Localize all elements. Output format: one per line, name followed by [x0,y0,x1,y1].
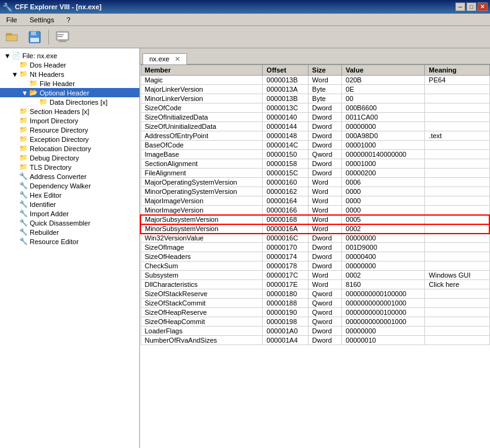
cell-offset: 00000166 [263,206,308,215]
cell-meaning [425,317,489,327]
table-row[interactable]: Win32VersionValue0000016CDword00000000 [141,234,489,243]
cell-offset: 00000158 [263,159,308,169]
cell-size: Dword [308,122,341,131]
tree-item-import-adder[interactable]: ▶ 🔧 Import Adder [0,209,139,218]
cell-member: MinorOperatingSystemVersion [141,187,263,196]
tree-label-id: Import Directory [30,117,78,125]
menu-file[interactable]: File [2,15,21,25]
table-body: Magic0000013BWord020BPE64MajorLinkerVers… [141,76,489,345]
tree-item-section-hdrs[interactable]: ▶ 📁 Section Headers [x] [0,107,139,116]
svg-rect-9 [59,40,66,42]
table-row[interactable]: MajorImageVersion00000164Word0000 [141,196,489,206]
tree-item-optional[interactable]: ▼ 📂 Optional Header [0,88,139,97]
table-row[interactable]: SectionAlignment00000158Dword00001000 [141,159,489,169]
table-row[interactable]: MajorSubsystemVersion00000168Word0005 [141,215,489,224]
table-row[interactable]: DllCharacteristics0000017EWord8160Click … [141,280,489,289]
svg-rect-4 [31,32,37,35]
table-row[interactable]: SizeOfStackCommit00000188Qword0000000000… [141,299,489,308]
toolbar-extra-button[interactable] [53,28,72,46]
tree-item-import[interactable]: ▶ 📁 Import Directory [0,116,139,125]
tool-icon-idf: 🔧 [19,200,28,208]
table-row[interactable]: MinorImageVersion00000166Word0000 [141,206,489,215]
tree-item-file-header[interactable]: ▶ 📁 File Header [0,79,139,88]
table-row[interactable]: FileAlignment0000015CDword00000200 [141,169,489,178]
toolbar-save-button[interactable] [25,28,45,46]
table-row[interactable]: SizeOfHeaders00000174Dword00000400 [141,252,489,261]
folder-icon-ed: 📁 [19,135,28,143]
table-row[interactable]: ImageBase00000150Qword0000000140000000 [141,150,489,159]
table-row[interactable]: LoaderFlags000001A0Dword00000000 [141,327,489,336]
table-row[interactable]: MinorSubsystemVersion0000016AWord0002 [141,224,489,234]
table-row[interactable]: MinorLinkerVersion0000013BByte00 [141,94,489,103]
tree-item-debug[interactable]: ▶ 📁 Debug Directory [0,153,139,162]
table-row[interactable]: SizeOfInitializedData00000140Dword0011CA… [141,113,489,122]
tree-item-quick-disasm[interactable]: ▶ 🔧 Quick Disassembler [0,218,139,227]
cell-meaning [425,289,489,299]
cell-size: Qword [308,317,341,327]
tree-item-rebuilder[interactable]: ▶ 🔧 Rebuilder [0,227,139,237]
maximize-button[interactable]: □ [466,2,476,11]
folder-icon-dd: 📁 [39,98,48,106]
folder-icon-sh: 📁 [19,107,28,115]
menu-settings[interactable]: Settings [26,15,58,25]
expand-nt[interactable]: ▼ [11,71,19,78]
tree-item-exception[interactable]: ▶ 📁 Exception Directory [0,134,139,144]
expand-file[interactable]: ▼ [4,52,11,59]
tool-icon-ac: 🔧 [19,172,28,180]
table-row[interactable]: MajorOperatingSystemVersion00000160Word0… [141,178,489,187]
tree-item-datadirs[interactable]: ▶ 📁 Data Directories [x] [0,97,139,107]
menu-help[interactable]: ? [63,15,74,25]
table-row[interactable]: Magic0000013BWord020BPE64 [141,76,489,85]
table-row[interactable]: SizeOfStackReserve00000180Qword000000000… [141,289,489,299]
tree-item-resource[interactable]: ▶ 📁 Resource Directory [0,125,139,134]
tree-panel[interactable]: ▼ 📄 File: nx.exe ▶ 📁 Dos Header ▼ 📁 Nt H… [0,48,140,448]
table-row[interactable]: AddressOfEntryPoint00000148Dword000A98D0… [141,131,489,141]
cell-value: 000B6600 [342,103,425,113]
tree-item-res-editor[interactable]: ▶ 🔧 Resource Editor [0,237,139,246]
tree-item-tls[interactable]: ▶ 📁 TLS Directory [0,162,139,172]
table-row[interactable]: SizeOfImage00000170Dword001D9000 [141,243,489,252]
table-row[interactable]: SizeOfUninitializedData00000144Dword0000… [141,122,489,131]
cell-value: 0000000140000000 [342,150,425,159]
cell-member: Magic [141,76,263,85]
table-row[interactable]: NumberOfRvaAndSizes000001A4Dword00000010 [141,336,489,345]
tree-item-hex-editor[interactable]: ▶ 🔧 Hex Editor [0,190,139,200]
tree-label-qd: Quick Disassembler [30,219,90,227]
title-bar-buttons: ─ □ ✕ [455,2,488,11]
save-icon [27,30,42,45]
cell-offset: 0000017E [263,280,308,289]
table-row[interactable]: SizeOfHeapCommit00000198Qword00000000000… [141,317,489,327]
table-row[interactable]: MinorOperatingSystemVersion00000162Word0… [141,187,489,196]
tree-item-file[interactable]: ▼ 📄 File: nx.exe [0,51,139,60]
tree-item-dos[interactable]: ▶ 📁 Dos Header [0,60,139,69]
table-row[interactable]: Subsystem0000017CWord0002Windows GUI [141,271,489,280]
expand-oh[interactable]: ▼ [21,89,28,97]
main-container: ▼ 📄 File: nx.exe ▶ 📁 Dos Header ▼ 📁 Nt H… [0,48,490,448]
cell-offset: 00000140 [263,113,308,122]
tab-nx-exe[interactable]: nx.exe ✕ [142,53,187,64]
tree-item-nt[interactable]: ▼ 📁 Nt Headers [0,69,139,79]
table-row[interactable]: MajorLinkerVersion0000013AByte0E [141,85,489,94]
tab-close-button[interactable]: ✕ [175,55,180,63]
close-button[interactable]: ✕ [478,2,488,11]
cell-size: Word [308,280,341,289]
title-bar-left: 🔧 CFF Explorer VIII - [nx.exe] [2,2,102,12]
table-row[interactable]: SizeOfCode0000013CDword000B6600 [141,103,489,113]
table-row[interactable]: BaseOfCode0000014CDword00001000 [141,141,489,150]
data-table-container[interactable]: Member Offset Size Value Meaning Magic00… [140,64,490,448]
cell-meaning [425,261,489,271]
tree-label-nt: Nt Headers [30,71,64,78]
cell-offset: 00000178 [263,261,308,271]
cell-meaning [425,252,489,261]
tree-item-relocation[interactable]: ▶ 📁 Relocation Directory [0,144,139,153]
minimize-button[interactable]: ─ [455,2,465,11]
toolbar-open-button[interactable] [2,28,22,46]
table-row[interactable]: CheckSum00000178Dword00000000 [141,261,489,271]
cell-meaning [425,196,489,206]
tree-item-identifier[interactable]: ▶ 🔧 Identifier [0,200,139,209]
tree-item-dep-walker[interactable]: ▶ 🔧 Dependency Walker [0,181,139,190]
cell-size: Dword [308,159,341,169]
cell-value: 001D9000 [342,243,425,252]
table-row[interactable]: SizeOfHeapReserve00000190Qword0000000000… [141,308,489,317]
tree-item-addr-conv[interactable]: ▶ 🔧 Address Converter [0,172,139,181]
